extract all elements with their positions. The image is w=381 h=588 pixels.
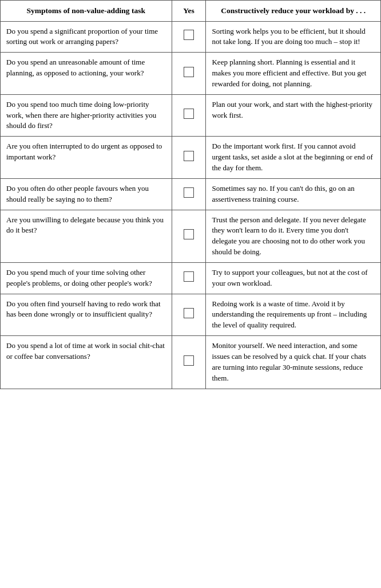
reduce-cell-0: Sorting work helps you to be efficient, … <box>206 21 381 53</box>
symptom-cell-4: Do you often do other people favours whe… <box>1 178 172 210</box>
checkbox-6[interactable] <box>184 271 194 282</box>
table-row: Are you unwilling to delegate because yo… <box>1 210 381 262</box>
symptom-cell-7: Do you often find yourself having to red… <box>1 294 172 336</box>
yes-cell-2[interactable] <box>172 94 206 137</box>
symptom-cell-5: Are you unwilling to delegate because yo… <box>1 210 172 262</box>
reduce-cell-8: Monitor yourself. We need interaction, a… <box>206 336 381 389</box>
table-row: Do you spend a lot of time at work in so… <box>1 336 381 389</box>
table-row: Do you often do other people favours whe… <box>1 178 381 210</box>
table-row: Do you often find yourself having to red… <box>1 294 381 336</box>
symptom-cell-8: Do you spend a lot of time at work in so… <box>1 336 172 389</box>
symptom-cell-0: Do you spend a significant proportion of… <box>1 21 172 53</box>
reduce-cell-4: Sometimes say no. If you can't do this, … <box>206 178 381 210</box>
yes-cell-5[interactable] <box>172 210 206 262</box>
symptom-cell-1: Do you spend an unreasonable amount of t… <box>1 53 172 95</box>
checkbox-3[interactable] <box>184 151 194 161</box>
yes-cell-3[interactable] <box>172 137 206 179</box>
table-row: Do you spend a significant proportion of… <box>1 21 381 53</box>
reduce-cell-6: Try to support your colleagues, but not … <box>206 262 381 294</box>
checkbox-2[interactable] <box>184 109 194 119</box>
yes-cell-4[interactable] <box>172 178 206 210</box>
table-row: Are you often interrupted to do urgent a… <box>1 137 381 179</box>
reduce-cell-5: Trust the person and delegate. If you ne… <box>206 210 381 262</box>
reduce-cell-3: Do the important work first. If you cann… <box>206 137 381 179</box>
table-row: Do you spend too much time doing low-pri… <box>1 94 381 137</box>
reduce-cell-1: Keep planning short. Planning is essenti… <box>206 53 381 95</box>
reduce-cell-2: Plan out your work, and start with the h… <box>206 94 381 137</box>
symptom-cell-2: Do you spend too much time doing low-pri… <box>1 94 172 137</box>
checkbox-1[interactable] <box>184 67 194 77</box>
header-reduce: Constructively reduce your workload by .… <box>206 1 381 22</box>
symptom-cell-3: Are you often interrupted to do urgent a… <box>1 137 172 179</box>
table-header-row: Symptoms of non-value-adding task Yes Co… <box>1 1 381 22</box>
checkbox-0[interactable] <box>184 30 194 40</box>
checkbox-4[interactable] <box>184 187 194 198</box>
symptom-cell-6: Do you spend much of your time solving o… <box>1 262 172 294</box>
yes-cell-6[interactable] <box>172 262 206 294</box>
table-row: Do you spend an unreasonable amount of t… <box>1 53 381 95</box>
yes-cell-0[interactable] <box>172 21 206 53</box>
table-row: Do you spend much of your time solving o… <box>1 262 381 294</box>
checkbox-5[interactable] <box>184 229 194 239</box>
header-symptom: Symptoms of non-value-adding task <box>1 1 172 22</box>
yes-cell-8[interactable] <box>172 336 206 389</box>
main-table-container: Symptoms of non-value-adding task Yes Co… <box>0 0 381 389</box>
yes-cell-7[interactable] <box>172 294 206 336</box>
reduce-cell-7: Redoing work is a waste of time. Avoid i… <box>206 294 381 336</box>
yes-cell-1[interactable] <box>172 53 206 95</box>
checkbox-8[interactable] <box>184 355 194 366</box>
workload-table: Symptoms of non-value-adding task Yes Co… <box>0 0 381 389</box>
checkbox-7[interactable] <box>184 308 194 318</box>
header-yes: Yes <box>172 1 206 22</box>
